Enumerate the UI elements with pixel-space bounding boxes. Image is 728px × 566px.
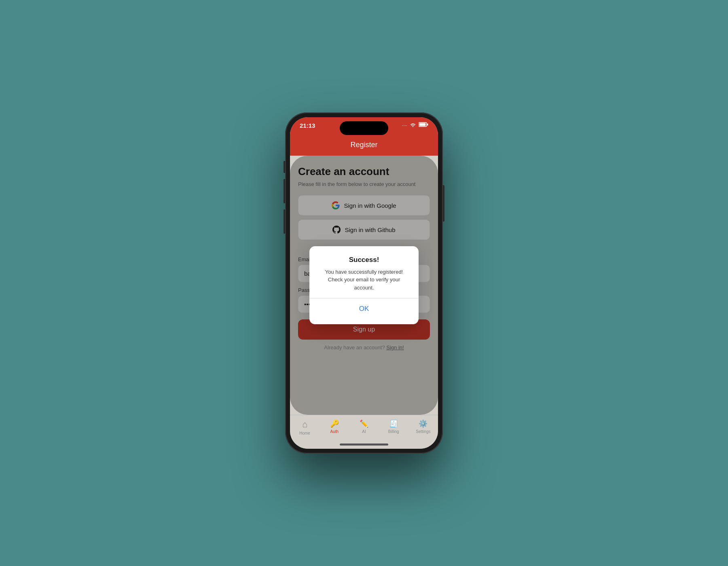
modal-ok-label: OK: [359, 305, 369, 313]
modal-overlay: Success! You have successfully registere…: [290, 156, 438, 415]
status-time: 21:13: [300, 122, 315, 129]
ai-icon: ✏️: [360, 419, 368, 428]
ai-label: AI: [362, 429, 366, 434]
billing-icon: 🧾: [389, 419, 398, 428]
modal-divider: [309, 298, 419, 298]
nav-item-ai[interactable]: ✏️ AI: [349, 419, 379, 435]
app-header: Register: [290, 137, 438, 156]
settings-icon: ⚙️: [419, 419, 427, 428]
battery-icon: [419, 122, 428, 128]
modal-ok-button[interactable]: OK: [317, 300, 411, 318]
dynamic-island: [340, 121, 388, 135]
modal-box: Success! You have successfully registere…: [309, 246, 419, 325]
wifi-icon: [410, 122, 416, 128]
main-content: Create an account Please fill in the for…: [290, 156, 438, 415]
status-bar: 21:13 ····: [290, 117, 438, 137]
status-icons: ····: [402, 122, 428, 128]
nav-item-auth[interactable]: 🔑 Auth: [320, 419, 349, 435]
signal-icon: ····: [402, 122, 407, 128]
phone-frame: 21:13 ····: [285, 112, 443, 454]
nav-item-home[interactable]: ⌂ Home: [290, 419, 320, 435]
phone-screen: 21:13 ····: [290, 117, 438, 449]
home-indicator: [290, 444, 438, 449]
home-bar: [340, 444, 388, 446]
nav-item-billing[interactable]: 🧾 Billing: [379, 419, 408, 435]
billing-label: Billing: [388, 429, 399, 434]
app-header-title: Register: [350, 141, 377, 149]
auth-icon: 🔑: [330, 419, 339, 428]
modal-message: You have successfully registered! Check …: [317, 268, 411, 292]
svg-rect-1: [419, 123, 426, 126]
bottom-nav: ⌂ Home 🔑 Auth ✏️ AI 🧾 Billing ⚙️ Setting…: [290, 415, 438, 444]
modal-title: Success!: [317, 256, 411, 264]
home-icon: ⌂: [302, 419, 307, 430]
home-label: Home: [299, 431, 310, 435]
svg-rect-2: [427, 124, 428, 126]
auth-label: Auth: [330, 429, 339, 434]
settings-label: Settings: [416, 429, 430, 434]
nav-item-settings[interactable]: ⚙️ Settings: [408, 419, 438, 435]
